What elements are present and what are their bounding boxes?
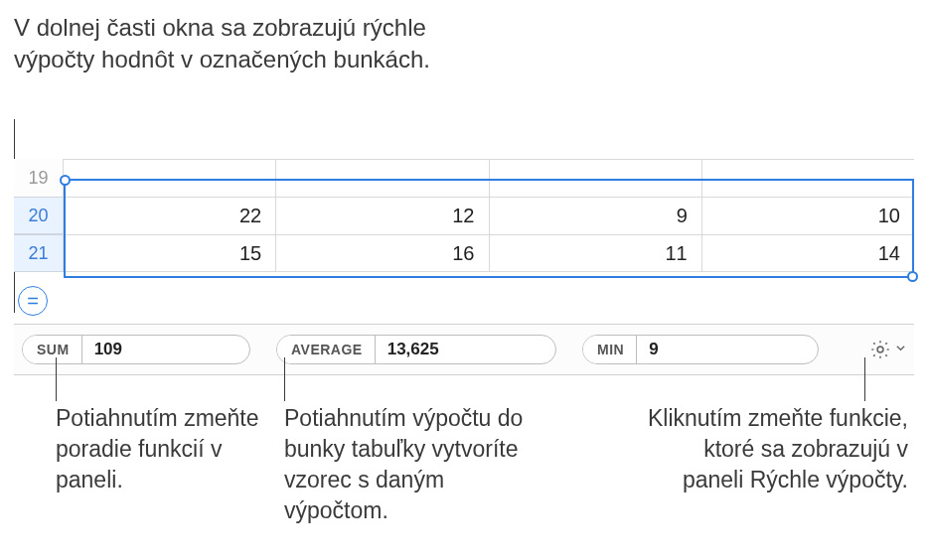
cell[interactable]: 12 [276,198,489,234]
quick-calc-min[interactable]: MIN 9 [582,335,819,364]
quick-calc-average[interactable]: AVERAGE 13,625 [276,335,556,364]
pill-value: 13,625 [376,336,455,363]
cell[interactable] [64,160,276,197]
callout-reorder-functions: Potiahnutím zmeňte poradie funkcií v pan… [56,403,274,495]
table-row: 21 15 16 11 14 [14,234,914,272]
top-callout-text: V dolnej časti okna sa zobrazujú rýchle … [14,12,431,76]
svg-point-0 [877,347,883,352]
callout-connector [864,357,865,401]
table-row: 20 22 12 9 10 [14,197,914,234]
cell[interactable] [276,160,489,197]
table-row: 19 [14,159,914,197]
cell[interactable] [490,160,702,197]
callout-connector [56,357,57,401]
selection-handle-bottom-right[interactable] [907,271,918,282]
cell[interactable]: 16 [276,235,489,271]
bottom-callouts: Potiahnutím zmeňte poradie funkcií v pan… [0,375,928,554]
callout-change-functions: Kliknutím zmeňte funkcie, ktoré sa zobra… [640,403,908,495]
gear-icon [869,339,891,360]
cell[interactable]: 10 [702,198,914,234]
pill-label: SUM [23,336,82,363]
pill-value: 109 [82,336,138,363]
row-header-19[interactable]: 19 [14,159,64,197]
cell[interactable]: 15 [64,235,276,271]
quick-calc-settings-button[interactable] [869,339,906,360]
quick-calculations-panel: SUM 109 AVERAGE 13,625 MIN 9 [14,324,914,375]
row-header-20[interactable]: 20 [14,197,64,234]
callout-drag-to-cell: Potiahnutím výpočtu do bunky tabuľky vyt… [284,403,542,526]
cell[interactable]: 11 [490,235,702,271]
pill-label: MIN [583,336,637,363]
insert-formula-button[interactable]: = [18,286,48,316]
cell[interactable]: 9 [490,198,702,234]
pill-value: 9 [637,336,674,363]
spreadsheet-area: 19 20 22 12 9 10 21 15 16 11 14 [14,159,914,272]
cell[interactable]: 22 [64,198,276,234]
row-header-21[interactable]: 21 [14,234,64,272]
chevron-down-icon [895,343,906,356]
cell[interactable] [702,160,914,197]
pill-label: AVERAGE [277,336,376,363]
cell[interactable]: 14 [702,235,914,271]
callout-connector [284,357,285,401]
